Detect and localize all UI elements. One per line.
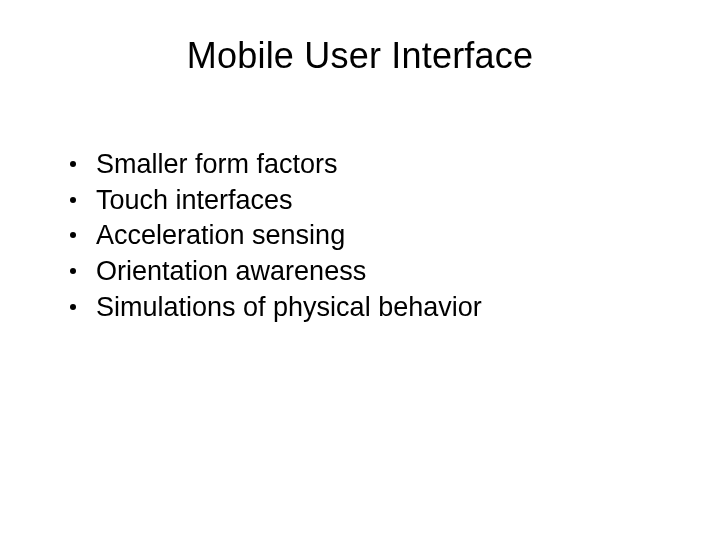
bullet-icon: [70, 268, 76, 274]
bullet-list: Smaller form factors Touch interfaces Ac…: [50, 147, 670, 325]
slide-title: Mobile User Interface: [50, 35, 670, 77]
slide-container: Mobile User Interface Smaller form facto…: [0, 0, 720, 540]
list-item: Smaller form factors: [70, 147, 670, 183]
list-item: Simulations of physical behavior: [70, 290, 670, 326]
list-item: Acceleration sensing: [70, 218, 670, 254]
bullet-text: Smaller form factors: [96, 147, 670, 183]
bullet-icon: [70, 197, 76, 203]
bullet-text: Acceleration sensing: [96, 218, 670, 254]
bullet-text: Orientation awareness: [96, 254, 670, 290]
bullet-icon: [70, 304, 76, 310]
list-item: Orientation awareness: [70, 254, 670, 290]
bullet-icon: [70, 232, 76, 238]
bullet-icon: [70, 161, 76, 167]
list-item: Touch interfaces: [70, 183, 670, 219]
bullet-text: Simulations of physical behavior: [96, 290, 670, 326]
bullet-text: Touch interfaces: [96, 183, 670, 219]
